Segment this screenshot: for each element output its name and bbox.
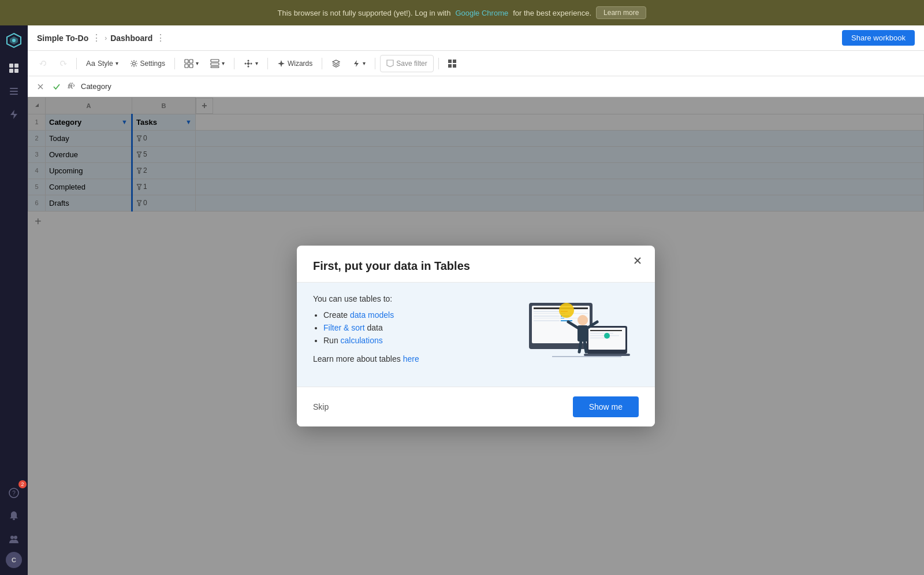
settings-button[interactable]: Settings [125, 55, 170, 72]
toolbar-divider-4 [267, 58, 268, 69]
save-filter-label: Save filter [396, 60, 427, 68]
svg-rect-3 [9, 64, 13, 68]
dialog-intro: You can use tables to: [313, 294, 498, 303]
svg-text:?: ? [12, 490, 16, 496]
header-bar: Simple To-Do ⋮ › Dashboard ⋮ Share workb… [28, 25, 924, 51]
toolbar: Aa Style ▾ Settings ▾ [28, 51, 924, 76]
sidebar-bottom: ? 2 C [3, 483, 24, 575]
svg-rect-67 [590, 330, 622, 331]
layer-btn[interactable] [327, 55, 345, 72]
sidebar-people-icon[interactable] [3, 529, 24, 550]
main-content: Simple To-Do ⋮ › Dashboard ⋮ Share workb… [28, 25, 924, 575]
svg-point-28 [250, 62, 252, 64]
app-layout: ? 2 C [0, 25, 924, 575]
avatar-letter: C [12, 557, 16, 563]
grid-view-button[interactable] [444, 55, 461, 72]
svg-point-13 [13, 518, 15, 520]
svg-point-27 [244, 62, 246, 64]
svg-rect-21 [211, 60, 219, 62]
page-name: Dashboard [110, 34, 152, 43]
user-avatar[interactable]: C [6, 552, 22, 568]
dialog-feature-list: Create data models Filter & sort data Ru… [313, 310, 498, 345]
help-badge: 2 [18, 480, 27, 488]
learn-more-button[interactable]: Learn more [596, 6, 646, 19]
svg-point-78 [604, 333, 610, 339]
undo-button[interactable] [35, 55, 52, 72]
svg-point-14 [10, 536, 14, 539]
formula-value: Category [81, 82, 111, 91]
list-item-3: Run calculations [323, 336, 498, 345]
calculations-link[interactable]: calculations [341, 336, 383, 345]
chrome-link[interactable]: Google Chrome [455, 9, 508, 17]
svg-rect-17 [185, 60, 188, 63]
sidebar-item-grid[interactable] [3, 58, 24, 79]
sidebar-bell-icon[interactable] [3, 506, 24, 526]
svg-rect-39 [453, 64, 456, 68]
svg-line-76 [584, 342, 586, 352]
list-item-2: Filter & sort data [323, 323, 498, 332]
toolbar-divider-7 [438, 58, 439, 69]
bullet1-text: Create [323, 310, 350, 320]
dialog-close-button[interactable] [629, 253, 646, 269]
here-link[interactable]: here [403, 354, 419, 363]
toolbar-divider-2 [174, 58, 175, 69]
bolt-btn[interactable]: ▾ [348, 55, 370, 72]
toolbar-divider-3 [234, 58, 234, 69]
svg-rect-72 [578, 325, 588, 342]
browser-support-banner: This browser is not fully supported (yet… [0, 0, 924, 25]
layout-btn-2[interactable]: ▾ [206, 55, 229, 72]
sidebar-help-icon[interactable]: ? 2 [3, 483, 24, 503]
svg-rect-20 [189, 64, 193, 68]
integration-btn[interactable]: ▾ [239, 55, 263, 72]
wizards-button[interactable]: Wizards [273, 55, 317, 72]
svg-rect-8 [10, 91, 18, 92]
formula-confirm-button[interactable] [51, 81, 62, 92]
svg-point-24 [247, 62, 249, 65]
filter-sort-link[interactable]: Filter & sort [323, 323, 365, 332]
style-icon: Aa [86, 59, 95, 68]
sidebar-item-lightning[interactable] [3, 104, 24, 125]
save-filter-button[interactable]: Save filter [380, 55, 433, 72]
share-workbook-button[interactable]: Share workbook [842, 30, 915, 46]
svg-text:fx: fx [68, 83, 73, 90]
svg-rect-36 [448, 60, 452, 63]
learn-more-prefix: Learn more about tables [313, 354, 403, 363]
data-models-link[interactable]: data models [350, 310, 394, 320]
svg-rect-6 [14, 69, 18, 73]
svg-rect-38 [448, 64, 452, 68]
bullet3-text: Run [323, 336, 341, 345]
svg-point-71 [578, 315, 588, 325]
banner-message-suffix: for the best experience. [513, 9, 591, 17]
show-me-button[interactable]: Show me [573, 396, 639, 417]
layout1-chevron: ▾ [196, 60, 199, 66]
svg-marker-34 [354, 60, 359, 67]
formula-bar: fx Category [28, 76, 924, 97]
svg-rect-19 [185, 64, 188, 68]
style-button[interactable]: Aa Style ▾ [81, 55, 123, 72]
skip-button[interactable]: Skip [313, 399, 329, 415]
svg-marker-10 [10, 110, 17, 119]
sidebar-item-list[interactable] [3, 81, 24, 102]
svg-rect-37 [453, 60, 456, 63]
svg-point-77 [559, 303, 574, 318]
wizards-label: Wizards [288, 60, 312, 68]
app-logo[interactable] [3, 30, 24, 51]
layout-btn-1[interactable]: ▾ [180, 55, 203, 72]
svg-rect-62 [561, 318, 564, 318]
breadcrumb-dots[interactable]: ⋮ [92, 32, 101, 43]
integration-chevron: ▾ [255, 60, 258, 66]
svg-rect-23 [211, 66, 219, 68]
redo-button[interactable] [54, 55, 72, 72]
formula-cancel-button[interactable] [35, 81, 46, 92]
svg-rect-56 [534, 316, 560, 317]
svg-rect-5 [9, 69, 13, 73]
dialog-footer: Skip Show me [297, 387, 655, 426]
settings-label: Settings [140, 60, 165, 68]
style-chevron: ▾ [116, 60, 118, 66]
svg-point-15 [14, 536, 17, 539]
breadcrumb-separator: › [105, 34, 107, 42]
page-dots[interactable]: ⋮ [156, 32, 165, 43]
svg-rect-22 [211, 63, 219, 65]
bolt-chevron: ▾ [363, 60, 366, 66]
svg-rect-4 [14, 64, 18, 68]
